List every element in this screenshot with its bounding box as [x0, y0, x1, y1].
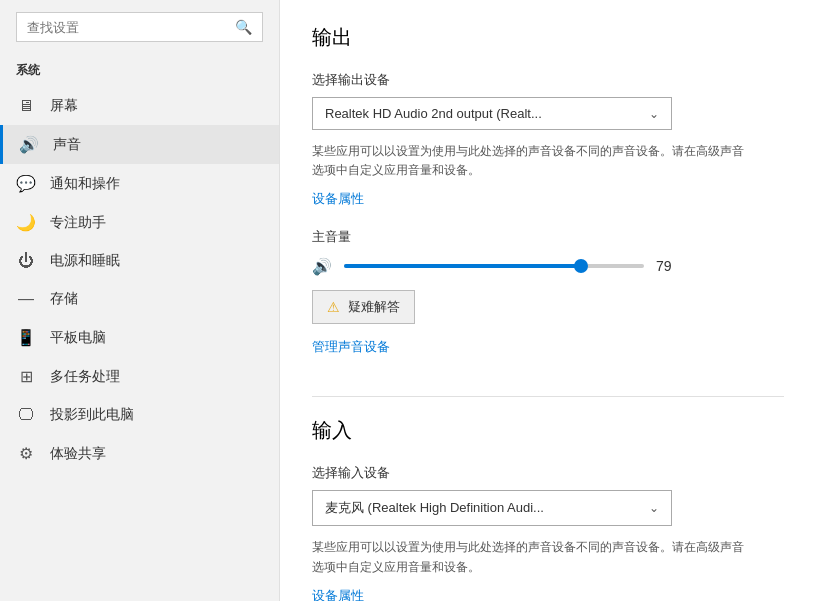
volume-row: 🔊 79 — [312, 256, 784, 276]
slider-thumb[interactable] — [574, 259, 588, 273]
sidebar-item-multitask[interactable]: ⊞ 多任务处理 — [0, 357, 279, 396]
sidebar-item-label-sound: 声音 — [53, 136, 81, 154]
sidebar-item-label-project: 投影到此电脑 — [50, 406, 134, 424]
input-device-label: 选择输入设备 — [312, 464, 784, 482]
input-device-link[interactable]: 设备属性 — [312, 587, 364, 601]
output-device-dropdown[interactable]: Realtek HD Audio 2nd output (Realt... ⌄ — [312, 97, 672, 130]
sidebar-item-power[interactable]: ⏻ 电源和睡眠 — [0, 242, 279, 280]
sidebar-item-focus[interactable]: 🌙 专注助手 — [0, 203, 279, 242]
output-device-label: 选择输出设备 — [312, 71, 784, 89]
sidebar-item-project[interactable]: 🖵 投影到此电脑 — [0, 396, 279, 434]
volume-slider-container[interactable] — [344, 256, 644, 276]
project-icon: 🖵 — [16, 406, 36, 424]
sidebar-item-label-focus: 专注助手 — [50, 214, 106, 232]
sidebar-item-tablet[interactable]: 📱 平板电脑 — [0, 318, 279, 357]
volume-label: 主音量 — [312, 228, 784, 246]
sidebar-item-label-notify: 通知和操作 — [50, 175, 120, 193]
input-info-text: 某些应用可以以设置为使用与此处选择的声音设备不同的声音设备。请在高级声音选项中自… — [312, 538, 752, 576]
sound-icon: 🔊 — [19, 135, 39, 154]
output-device-link[interactable]: 设备属性 — [312, 190, 364, 208]
sidebar-item-sound[interactable]: 🔊 声音 — [0, 125, 279, 164]
input-dropdown-chevron: ⌄ — [649, 501, 659, 515]
tablet-icon: 📱 — [16, 328, 36, 347]
sidebar-item-storage[interactable]: — 存储 — [0, 280, 279, 318]
volume-value: 79 — [656, 258, 684, 274]
section-divider — [312, 396, 784, 397]
sidebar-item-label-multitask: 多任务处理 — [50, 368, 120, 386]
notify-icon: 💬 — [16, 174, 36, 193]
sidebar-item-screen[interactable]: 🖥 屏幕 — [0, 87, 279, 125]
slider-fill — [344, 264, 581, 268]
output-section-title: 输出 — [312, 24, 784, 51]
sidebar-item-label-power: 电源和睡眠 — [50, 252, 120, 270]
sidebar-item-share[interactable]: ⚙ 体验共享 — [0, 434, 279, 473]
sidebar-item-label-screen: 屏幕 — [50, 97, 78, 115]
slider-track — [344, 264, 644, 268]
warning-icon: ⚠ — [327, 299, 340, 315]
volume-icon: 🔊 — [312, 257, 332, 276]
screen-icon: 🖥 — [16, 97, 36, 115]
sidebar-item-notify[interactable]: 💬 通知和操作 — [0, 164, 279, 203]
troubleshoot-button[interactable]: ⚠ 疑难解答 — [312, 290, 415, 324]
power-icon: ⏻ — [16, 252, 36, 270]
output-device-value: Realtek HD Audio 2nd output (Realt... — [325, 106, 542, 121]
sidebar: 🔍 系统 🖥 屏幕 🔊 声音 💬 通知和操作 🌙 专注助手 ⏻ 电源和睡眠 — … — [0, 0, 280, 601]
multitask-icon: ⊞ — [16, 367, 36, 386]
output-info-text: 某些应用可以以设置为使用与此处选择的声音设备不同的声音设备。请在高级声音选项中自… — [312, 142, 752, 180]
troubleshoot-label: 疑难解答 — [348, 298, 400, 316]
sidebar-item-label-storage: 存储 — [50, 290, 78, 308]
sidebar-item-label-tablet: 平板电脑 — [50, 329, 106, 347]
input-device-value: 麦克风 (Realtek High Definition Audi... — [325, 499, 544, 517]
focus-icon: 🌙 — [16, 213, 36, 232]
search-icon[interactable]: 🔍 — [235, 19, 252, 35]
input-section-title: 输入 — [312, 417, 784, 444]
sidebar-item-label-share: 体验共享 — [50, 445, 106, 463]
main-content: 输出 选择输出设备 Realtek HD Audio 2nd output (R… — [280, 0, 816, 601]
input-device-dropdown[interactable]: 麦克风 (Realtek High Definition Audi... ⌄ — [312, 490, 672, 526]
system-section-title: 系统 — [0, 58, 279, 87]
search-input[interactable] — [27, 20, 235, 35]
search-box[interactable]: 🔍 — [16, 12, 263, 42]
output-dropdown-chevron: ⌄ — [649, 107, 659, 121]
share-icon: ⚙ — [16, 444, 36, 463]
manage-sound-link[interactable]: 管理声音设备 — [312, 338, 390, 356]
storage-icon: — — [16, 290, 36, 308]
